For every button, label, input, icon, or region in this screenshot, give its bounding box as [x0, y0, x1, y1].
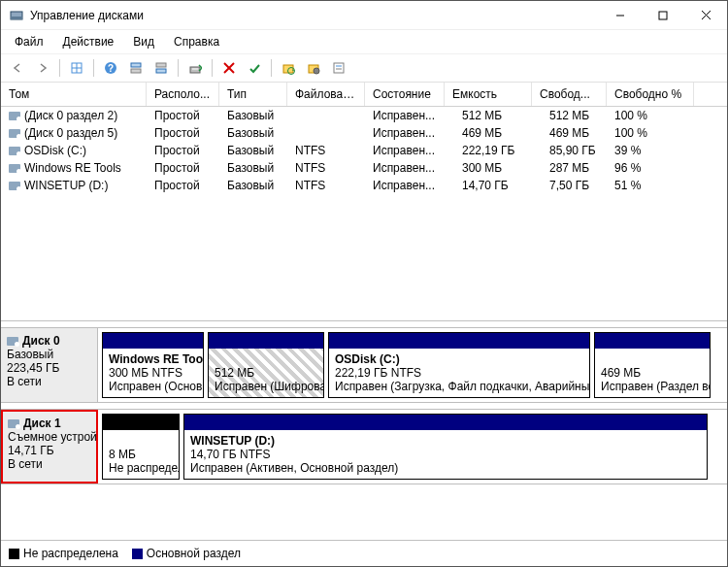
svg-rect-14	[156, 69, 166, 73]
column-header[interactable]: Тип	[219, 83, 287, 106]
svg-rect-13	[156, 63, 166, 67]
list-top-icon[interactable]	[125, 57, 147, 79]
cell: 300 МБ	[445, 159, 532, 177]
svg-rect-15	[190, 67, 200, 73]
table-row[interactable]: (Диск 0 раздел 2)ПростойБазовыйИсправен.…	[1, 107, 727, 124]
cell: Исправен...	[365, 142, 445, 159]
disk-label[interactable]: Диск 0Базовый223,45 ГБВ сети	[1, 328, 98, 402]
cell: NTFS	[287, 159, 365, 177]
menu-view[interactable]: Вид	[125, 33, 162, 50]
partition-header-bar	[209, 333, 323, 349]
cell: Простой	[147, 142, 219, 159]
menu-action[interactable]: Действие	[55, 33, 122, 50]
cell: Базовый	[219, 107, 287, 124]
partition-info: WINSETUP (D:)14,70 ГБ NTFSИсправен (Акти…	[184, 430, 707, 479]
disk-management-window: Управление дисками ФайлДействиеВидСправк…	[0, 0, 728, 567]
legend: Не распределена Основной раздел	[1, 540, 727, 566]
minimize-button[interactable]	[599, 1, 642, 30]
cell: Простой	[147, 107, 219, 124]
partition[interactable]: OSDisk (C:)222,19 ГБ NTFSИсправен (Загру…	[328, 332, 590, 398]
cell: Базовый	[219, 177, 287, 194]
cell: 469 МБ	[532, 124, 607, 142]
delete-icon[interactable]	[218, 57, 240, 79]
cell: Исправен...	[365, 177, 445, 194]
column-header[interactable]: Располо...	[147, 83, 219, 106]
cell: Базовый	[219, 159, 287, 177]
disk-row: Диск 0Базовый223,45 ГБВ сетиWindows RE T…	[1, 327, 727, 403]
partition-info: 512 МБИсправен (Шифрованный (EFI) систем…	[209, 349, 323, 397]
list-bottom-icon[interactable]	[150, 57, 172, 79]
svg-rect-11	[131, 63, 141, 67]
partition-header-bar	[595, 333, 710, 349]
disk-row: Диск 1Съемное устройство14,71 ГБВ сети8 …	[1, 409, 727, 484]
partition-header-bar	[103, 415, 179, 430]
menu-file[interactable]: Файл	[7, 33, 51, 50]
back-button[interactable]	[7, 57, 28, 79]
partition-info: OSDisk (C:)222,19 ГБ NTFSИсправен (Загру…	[329, 349, 589, 397]
help-icon[interactable]: ?	[100, 57, 121, 79]
svg-point-21	[314, 68, 319, 74]
partition[interactable]: 8 МБНе распределена	[102, 414, 180, 480]
cell: 287 МБ	[532, 159, 607, 177]
cell: 14,70 ГБ	[445, 177, 532, 194]
cell	[287, 107, 365, 124]
partition-info: 469 МБИсправен (Раздел восстановления)	[595, 349, 710, 397]
cell	[287, 124, 365, 142]
partition-header-bar	[184, 415, 707, 430]
menubar: ФайлДействиеВидСправка	[1, 30, 727, 54]
partition[interactable]: 512 МБИсправен (Шифрованный (EFI) систем…	[208, 332, 324, 398]
column-header[interactable]: Свободно %	[607, 83, 694, 106]
partition[interactable]: WINSETUP (D:)14,70 ГБ NTFSИсправен (Акти…	[183, 414, 708, 480]
cell: 51 %	[607, 177, 694, 194]
app-icon	[9, 8, 24, 23]
titlebar: Управление дисками	[1, 1, 727, 30]
column-header[interactable]: Том	[1, 83, 147, 106]
maximize-button[interactable]	[642, 1, 684, 30]
eject-icon[interactable]	[184, 57, 206, 79]
column-header[interactable]: Емкость	[445, 83, 532, 106]
table-row[interactable]: WINSETUP (D:)ПростойБазовыйNTFSИсправен.…	[1, 177, 727, 194]
disk-map: Диск 0Базовый223,45 ГБВ сетиWindows RE T…	[1, 321, 727, 540]
cell: 512 МБ	[532, 107, 607, 124]
forward-button[interactable]	[32, 57, 53, 79]
cell: (Диск 0 раздел 2)	[1, 107, 147, 124]
svg-rect-1	[11, 17, 22, 19]
cell: Windows RE Tools	[1, 159, 147, 177]
cell: 100 %	[607, 124, 694, 142]
partition[interactable]: 469 МБИсправен (Раздел восстановления)	[594, 332, 711, 398]
disk-label[interactable]: Диск 1Съемное устройство14,71 ГБВ сети	[1, 410, 98, 484]
table-header: ТомРасполо...ТипФайловая с...СостояниеЕм…	[1, 83, 727, 107]
properties-icon[interactable]	[328, 57, 349, 79]
table-body[interactable]: (Диск 0 раздел 2)ПростойБазовыйИсправен.…	[1, 107, 727, 320]
table-row[interactable]: (Диск 0 раздел 5)ПростойБазовыйИсправен.…	[1, 124, 727, 142]
table-row[interactable]: OSDisk (C:)ПростойБазовыйNTFSИсправен...…	[1, 142, 727, 159]
column-header[interactable]: Состояние	[365, 83, 445, 106]
legend-primary: Основной раздел	[132, 547, 241, 560]
svg-rect-3	[659, 12, 667, 19]
cell: Исправен...	[365, 159, 445, 177]
column-header[interactable]: Файловая с...	[287, 83, 365, 106]
column-header[interactable]: Свобод...	[532, 83, 607, 106]
partition-header-bar	[329, 333, 589, 349]
table-row[interactable]: Windows RE ToolsПростойБазовыйNTFSИсправ…	[1, 159, 727, 177]
cell: NTFS	[287, 142, 365, 159]
close-button[interactable]	[684, 1, 727, 30]
cell: 96 %	[607, 159, 694, 177]
cell: 85,90 ГБ	[532, 142, 607, 159]
cell: WINSETUP (D:)	[1, 177, 147, 194]
check-icon[interactable]	[244, 57, 265, 79]
partition-info: 8 МБНе распределена	[103, 430, 179, 479]
partition-header-bar	[103, 333, 203, 349]
cell: Исправен...	[365, 107, 445, 124]
cell: Простой	[147, 177, 219, 194]
cell: Простой	[147, 124, 219, 142]
folder-refresh-icon[interactable]	[278, 57, 299, 79]
cell: 39 %	[607, 142, 694, 159]
toolbar-grid-icon[interactable]	[66, 57, 87, 79]
menu-help[interactable]: Справка	[166, 33, 227, 50]
folder-gear-icon[interactable]	[303, 57, 324, 79]
cell: 222,19 ГБ	[445, 142, 532, 159]
cell: (Диск 0 раздел 5)	[1, 124, 147, 142]
partition[interactable]: Windows RE Tools300 МБ NTFSИсправен (Осн…	[102, 332, 204, 398]
cell: 469 МБ	[445, 124, 532, 142]
